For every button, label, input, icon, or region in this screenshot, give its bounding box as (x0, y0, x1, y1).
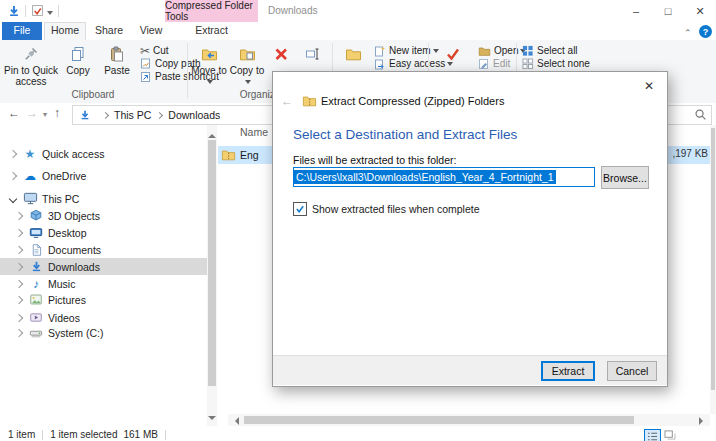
extract-dialog: ✕ ← Extract Compressed (Zipped) Folders … (272, 71, 668, 387)
breadcrumb-this-pc[interactable]: This PC (114, 109, 151, 121)
tab-share[interactable]: Share (88, 22, 130, 40)
star-icon: ★ (22, 146, 38, 162)
sidebar-item-music[interactable]: ♪ Music (0, 275, 207, 292)
cancel-button[interactable]: Cancel (607, 361, 657, 381)
qat-properties-button[interactable] (31, 4, 44, 17)
dialog-close-icon[interactable]: ✕ (635, 75, 663, 97)
drive-icon (28, 325, 44, 341)
edit-icon (478, 58, 490, 70)
sidebar-item-quick-access[interactable]: ★ Quick access (0, 145, 207, 162)
collapse-ribbon-icon[interactable]: ⌃ (684, 28, 692, 38)
scroll-up-icon[interactable] (208, 130, 216, 138)
scroll-down-icon[interactable] (208, 416, 216, 424)
file-name: Eng (240, 149, 259, 161)
edit-button[interactable]: Edit (478, 57, 510, 70)
window-title: Downloads (268, 5, 317, 16)
sidebar-item-3d-objects[interactable]: 3D Objects (0, 207, 207, 224)
expander-open-icon[interactable] (9, 194, 17, 202)
file-size: ,197 KB (668, 148, 708, 159)
select-none-button[interactable]: Select none (522, 57, 590, 70)
copy-icon (70, 44, 86, 64)
extract-button[interactable]: Extract (541, 361, 595, 381)
title-bar: Compressed Folder Tools Downloads – □ ✕ (0, 0, 716, 22)
horizontal-scrollbar-thumb[interactable] (244, 416, 634, 424)
navigation-pane: ★ Quick access ☁ OneDrive This PC 3D Obj… (0, 125, 207, 428)
app-downloads-icon (7, 4, 21, 18)
dialog-back-icon[interactable]: ← (281, 94, 293, 108)
scroll-left-icon[interactable] (231, 417, 239, 425)
rename-button[interactable] (296, 44, 330, 65)
expander-icon[interactable] (9, 149, 17, 157)
large-icons-view-icon (664, 430, 676, 440)
breadcrumb-chevron-icon (102, 111, 109, 118)
search-icon (694, 108, 707, 121)
sidebar-item-downloads[interactable]: Downloads (0, 258, 207, 275)
tab-file[interactable]: File (2, 22, 42, 40)
expander-icon[interactable] (15, 295, 23, 303)
monitor-icon (28, 225, 44, 241)
cut-button[interactable]: ✂ Cut (140, 44, 169, 57)
sidebar-item-desktop[interactable]: Desktop (0, 224, 207, 241)
large-icons-view-button[interactable] (662, 429, 677, 441)
status-separator (165, 430, 166, 440)
select-all-button[interactable]: Select all (522, 44, 578, 57)
expander-icon[interactable] (15, 228, 23, 236)
copy-button[interactable]: Copy (60, 44, 96, 76)
pin-icon (23, 44, 39, 64)
move-to-button[interactable]: Move to (190, 44, 228, 87)
sidebar-item-this-pc[interactable]: This PC (0, 190, 207, 207)
back-icon[interactable]: ← (8, 106, 20, 120)
destination-path-value: C:\Users\lxall3\Downloads\English_Year_4… (294, 170, 556, 184)
tab-extract[interactable]: Extract (165, 22, 258, 40)
forward-icon[interactable]: → (26, 106, 38, 120)
breadcrumb-chevron-icon (156, 111, 163, 118)
delete-icon (273, 44, 289, 64)
close-button[interactable]: ✕ (684, 0, 716, 22)
destination-field-label: Files will be extracted to this folder: (293, 154, 456, 166)
tab-home[interactable]: Home (44, 22, 86, 41)
dialog-heading: Select a Destination and Extract Files (293, 127, 517, 142)
expander-icon[interactable] (15, 211, 23, 219)
qat-dropdown-caret-icon[interactable] (47, 8, 53, 20)
picture-icon (28, 292, 44, 308)
scroll-right-icon[interactable] (699, 417, 707, 425)
expander-icon[interactable] (15, 245, 23, 253)
recent-locations-caret-icon[interactable]: ▾ (43, 110, 47, 119)
destination-path-input[interactable]: C:\Users\lxall3\Downloads\English_Year_4… (293, 167, 595, 187)
delete-button[interactable] (266, 44, 296, 65)
expander-icon[interactable] (15, 313, 23, 321)
help-icon[interactable]: ? (699, 25, 712, 38)
details-view-button[interactable] (644, 429, 661, 441)
browse-button[interactable]: Browse... (601, 166, 649, 189)
copy-to-button[interactable]: Copy to (228, 44, 266, 87)
pin-to-quick-access-button[interactable]: Pin to Quick access (4, 44, 58, 87)
expander-icon[interactable] (15, 279, 23, 287)
show-files-checkbox[interactable] (293, 202, 307, 216)
sidebar-item-pictures[interactable]: Pictures (0, 291, 207, 308)
expander-icon[interactable] (15, 328, 23, 336)
select-all-icon (522, 45, 534, 57)
download-arrow-icon (28, 259, 44, 275)
expander-icon[interactable] (9, 171, 17, 179)
zip-folder-icon (220, 147, 236, 163)
breadcrumb-downloads[interactable]: Downloads (168, 109, 220, 121)
status-separator (42, 430, 43, 440)
copy-to-icon (239, 44, 256, 64)
open-button[interactable]: Open (478, 44, 526, 57)
move-to-icon (201, 44, 218, 64)
maximize-button[interactable]: □ (652, 0, 684, 22)
sidebar-item-documents[interactable]: Documents (0, 241, 207, 258)
sidebar-item-onedrive[interactable]: ☁ OneDrive (0, 167, 207, 184)
filelist-scrollbar-thumb[interactable] (711, 128, 715, 390)
properties-button[interactable] (432, 44, 474, 65)
sidebar-scrollbar-thumb[interactable] (208, 140, 216, 386)
expander-icon[interactable] (15, 262, 23, 270)
up-icon[interactable]: ↑ (54, 106, 60, 120)
downloads-location-icon (77, 107, 93, 123)
sidebar-item-system-c[interactable]: System (C:) (0, 324, 207, 341)
show-files-checkbox-label[interactable]: Show extracted files when complete (312, 203, 480, 215)
paste-button[interactable]: Paste (98, 44, 136, 76)
new-folder-button[interactable] (336, 44, 370, 65)
clipboard-group-label: Clipboard (0, 89, 186, 100)
minimize-button[interactable]: – (620, 0, 652, 22)
